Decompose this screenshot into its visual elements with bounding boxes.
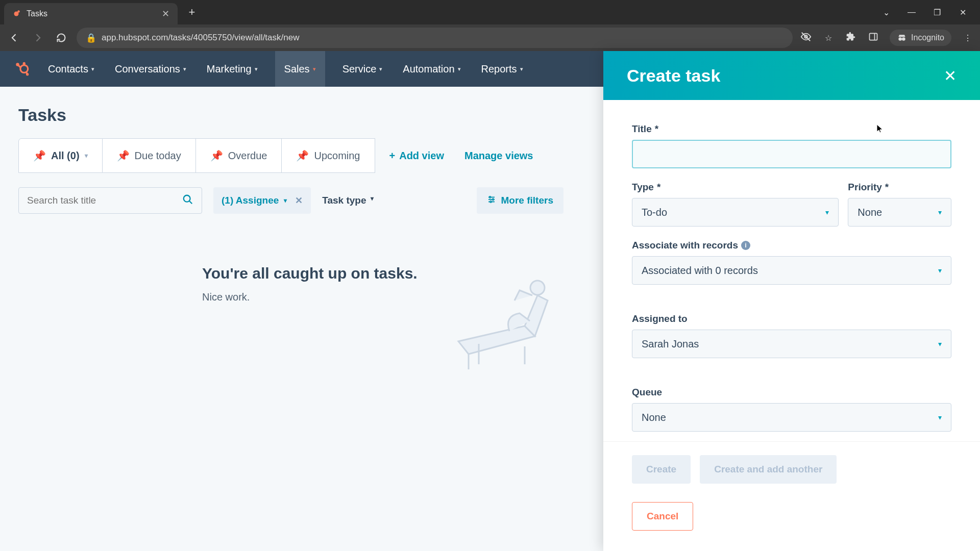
hubspot-logo-icon[interactable]: [13, 60, 31, 78]
browser-tab[interactable]: Tasks ✕: [4, 3, 178, 24]
tab-overdue[interactable]: 📌 Overdue: [196, 138, 282, 173]
browser-chrome: Tasks ✕ + ⌄ ― ❐ ✕ 🔒 app.hubspot.com/task…: [0, 0, 980, 51]
url-text: app.hubspot.com/tasks/40055750/view/all/…: [102, 33, 783, 43]
priority-select[interactable]: None ▾: [848, 198, 951, 227]
svg-point-23: [490, 201, 492, 203]
svg-point-7: [898, 37, 902, 41]
tab-due-today[interactable]: 📌 Due today: [103, 138, 196, 173]
search-icon[interactable]: [182, 194, 193, 208]
sidepanel-icon[interactable]: [867, 32, 879, 44]
create-task-panel: Create task ✕ Title* Type* To-do ▾ Prior…: [603, 51, 980, 551]
toolbar-right: ☆ Incognito ⋮: [800, 30, 974, 46]
search-input[interactable]: [27, 195, 182, 206]
sliders-icon: [487, 195, 496, 207]
hubspot-favicon-icon: [11, 9, 21, 19]
panel-title: Create task: [627, 66, 720, 86]
nav-automation[interactable]: Automation▾: [400, 51, 463, 87]
svg-line-15: [27, 72, 28, 74]
extensions-icon[interactable]: [845, 32, 857, 44]
chevron-down-icon: ▾: [379, 66, 382, 72]
lock-icon: 🔒: [86, 33, 96, 43]
assigned-label: Assigned to: [632, 313, 951, 324]
close-window-icon[interactable]: ✕: [955, 8, 970, 17]
tab-all[interactable]: 📌 All (0) ▾: [18, 138, 103, 173]
chevron-down-icon: ▾: [91, 66, 94, 72]
star-icon[interactable]: ☆: [822, 33, 835, 43]
search-box[interactable]: [18, 187, 202, 214]
close-panel-icon[interactable]: ✕: [944, 67, 957, 85]
lounge-illustration-icon: [448, 265, 560, 372]
panel-body: Title* Type* To-do ▾ Priority* None ▾: [603, 100, 980, 441]
svg-line-17: [189, 201, 192, 204]
create-add-another-button[interactable]: Create and add another: [700, 455, 837, 484]
new-tab-button[interactable]: +: [183, 3, 201, 21]
close-tab-icon[interactable]: ✕: [160, 9, 170, 19]
type-select[interactable]: To-do ▾: [632, 198, 839, 227]
queue-select[interactable]: None ▾: [632, 403, 951, 432]
address-bar: 🔒 app.hubspot.com/tasks/40055750/view/al…: [0, 24, 980, 51]
assigned-select[interactable]: Sarah Jonas ▾: [632, 330, 951, 358]
chevron-down-icon: ▾: [313, 66, 316, 72]
svg-point-16: [184, 195, 190, 202]
minimize-icon[interactable]: ―: [904, 8, 919, 17]
svg-point-8: [902, 37, 905, 41]
incognito-icon: [897, 33, 907, 43]
required-asterisk: *: [655, 123, 658, 135]
required-asterisk: *: [657, 182, 660, 193]
tab-search-icon[interactable]: ⌄: [879, 8, 893, 17]
panel-footer: Create Create and add another Cancel: [603, 441, 980, 551]
title-input[interactable]: [632, 140, 951, 168]
nav-sales[interactable]: Sales▾: [275, 51, 325, 87]
nav-marketing[interactable]: Marketing▾: [204, 51, 261, 87]
kebab-menu-icon[interactable]: ⋮: [962, 33, 974, 43]
associate-select[interactable]: Associated with 0 records ▾: [632, 256, 951, 285]
tab-upcoming[interactable]: 📌 Upcoming: [282, 138, 375, 173]
task-type-filter[interactable]: Task type ▾: [322, 195, 373, 206]
tab-title: Tasks: [27, 9, 155, 18]
eye-off-icon[interactable]: [800, 31, 812, 44]
maximize-icon[interactable]: ❐: [930, 8, 944, 17]
svg-rect-5: [870, 33, 877, 40]
back-button[interactable]: [6, 30, 22, 46]
add-view-button[interactable]: + Add view: [389, 150, 444, 162]
chevron-down-icon: ▾: [371, 195, 374, 206]
pin-icon: 📌: [117, 149, 130, 162]
chevron-down-icon: ▾: [284, 197, 287, 204]
nav-contacts[interactable]: Contacts▾: [45, 51, 97, 87]
chevron-down-icon: ▾: [255, 66, 258, 72]
create-button[interactable]: Create: [632, 455, 691, 484]
svg-line-14: [18, 65, 20, 67]
nav-conversations[interactable]: Conversations▾: [112, 51, 189, 87]
pin-icon: 📌: [210, 149, 223, 162]
chevron-down-icon: ▾: [938, 266, 942, 274]
more-filters-button[interactable]: More filters: [477, 187, 564, 214]
type-label: Type*: [632, 182, 839, 193]
nav-service[interactable]: Service▾: [339, 51, 386, 87]
url-bar[interactable]: 🔒 app.hubspot.com/tasks/40055750/view/al…: [77, 28, 793, 48]
incognito-label: Incognito: [911, 33, 944, 42]
chevron-down-icon: ▾: [520, 66, 523, 72]
required-asterisk: *: [885, 182, 889, 193]
forward-button[interactable]: [30, 30, 46, 46]
svg-point-21: [489, 196, 491, 198]
cancel-button[interactable]: Cancel: [632, 502, 693, 531]
chevron-down-icon: ▾: [938, 208, 942, 216]
pin-icon: 📌: [296, 149, 309, 162]
nav-reports[interactable]: Reports▾: [478, 51, 526, 87]
priority-label: Priority*: [848, 182, 951, 193]
pin-icon: 📌: [33, 149, 46, 162]
manage-views-link[interactable]: Manage views: [464, 150, 533, 162]
panel-header: Create task ✕: [603, 51, 980, 100]
clear-filter-icon[interactable]: ✕: [295, 195, 303, 206]
assignee-filter-chip[interactable]: (1) Assignee ▾ ✕: [213, 187, 311, 214]
incognito-chip[interactable]: Incognito: [890, 30, 951, 46]
window-controls: ⌄ ― ❐ ✕: [879, 8, 976, 17]
empty-subtext: Nice work.: [202, 291, 418, 303]
queue-label: Queue: [632, 387, 951, 398]
title-label: Title*: [632, 123, 951, 135]
empty-heading: You're all caught up on tasks.: [202, 265, 418, 282]
plus-icon: +: [389, 150, 396, 162]
info-icon[interactable]: i: [741, 241, 750, 250]
svg-point-9: [20, 65, 28, 73]
reload-button[interactable]: [53, 30, 69, 46]
